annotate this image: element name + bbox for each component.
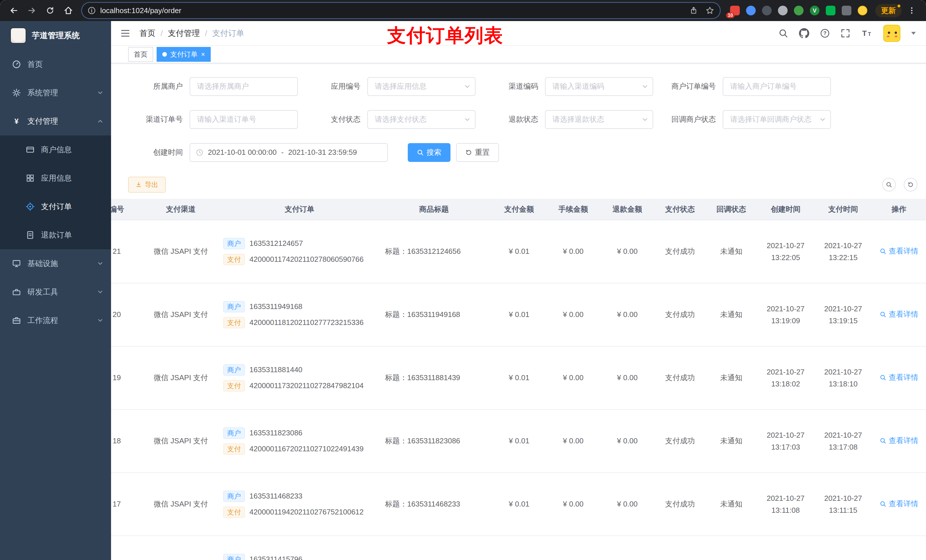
sidebar-item-refund-order[interactable]: 退款订单 [0,221,111,249]
puzzle-extensions-icon[interactable] [842,6,851,15]
merchant-select[interactable] [190,77,298,96]
extension-icon-3[interactable] [762,6,772,15]
address-bar[interactable]: localhost:1024/pay/order [82,3,720,18]
navbar-actions: ? TT [779,25,916,42]
sidebar-item-payment[interactable]: ¥ 支付管理 [0,107,111,136]
filter-merchant-order-no: 商户订单编号 [661,77,831,96]
channel-pay-no: 4200001174202110278060590766 [250,255,364,264]
cell-pay-amount: ¥ 0.01 [492,220,546,283]
notify-status-select[interactable] [723,110,831,129]
user-avatar[interactable] [883,25,900,42]
tab-pay-order[interactable]: 支付订单 × [157,47,211,62]
cell-notify-status [706,536,757,560]
cell-pay-order: 商户 1635311881440 支付 42000011732021102728… [216,346,376,409]
avatar-caret-icon[interactable] [911,32,916,35]
toggle-search-icon[interactable] [882,178,896,192]
extension-badge: 10 [726,12,735,18]
sidebar: 芋道管理系统 首页 系统管理 [0,21,111,560]
help-icon[interactable]: ? [820,29,830,38]
app-id-select[interactable] [367,77,475,96]
browser-update-button[interactable]: 更新 [875,4,902,17]
extension-icon-6[interactable]: V [810,6,820,15]
breadcrumb-payment[interactable]: 支付管理 [168,28,200,39]
cell-notify-status: 未通知 [706,472,757,536]
sidebar-item-merchant-info[interactable]: 商户信息 [0,136,111,164]
channel-code-select[interactable] [545,77,653,96]
extension-icon-1[interactable]: 10 [730,6,740,15]
sidebar-item-dev-tools[interactable]: 研发工具 [0,278,111,306]
cell-channel [145,536,216,560]
cell-pay-amount: ¥ 0.01 [492,409,546,472]
back-icon[interactable] [6,3,22,18]
collapse-sidebar-icon[interactable] [120,28,130,38]
home-icon[interactable] [61,3,76,18]
extension-icon-2[interactable] [746,6,756,15]
search-icon[interactable] [779,29,788,38]
github-icon[interactable] [799,28,809,38]
tab-close-icon[interactable]: × [201,51,205,58]
refund-status-select[interactable] [545,110,653,129]
refresh-table-icon[interactable] [904,178,917,192]
bookmark-star-icon[interactable] [706,6,714,15]
svg-text:T: T [862,29,867,38]
merchant-order-no-input[interactable] [723,77,831,96]
sidebar-item-system[interactable]: 系统管理 [0,78,111,107]
app-title: 芋道管理系统 [32,30,80,41]
cell-pay-status: 支付成功 [654,346,706,409]
forward-icon[interactable] [24,3,40,18]
extensions-strip: 10 V [730,6,867,15]
date-range-picker[interactable]: 2021-10-01 00:00:00 - 2021-10-31 23:59:5… [190,143,388,162]
search-button[interactable]: 搜索 [408,143,451,162]
sidebar-item-infra[interactable]: 基础设施 [0,249,111,278]
sidebar-item-home[interactable]: 首页 [0,50,111,78]
sidebar-item-workflow[interactable]: 工作流程 [0,306,111,335]
cell-create-time: 2021-10-2713:19:09 [757,283,814,346]
font-size-icon[interactable]: TT [861,29,873,38]
search-button-label: 搜索 [427,147,441,157]
extension-icon-5[interactable] [794,6,803,15]
sidebar-item-label: 支付订单 [41,201,72,212]
reload-icon[interactable] [42,3,58,18]
cell-fee-amount: ¥ 0.00 [546,220,600,283]
yen-icon: ¥ [11,117,22,126]
filter-channel-code: 渠道编码 [484,77,653,96]
breadcrumb-home[interactable]: 首页 [139,28,156,39]
channel-order-no-input[interactable] [190,110,298,129]
cell-channel: 微信 JSAPI 支付 [145,409,216,472]
export-button[interactable]: 导出 [128,177,166,193]
tab-home[interactable]: 首页 [128,47,153,62]
pay-status-select[interactable] [367,110,475,129]
view-detail-link[interactable]: 查看详情 [879,373,918,382]
field-label: 支付状态 [306,115,367,124]
view-detail-link[interactable]: 查看详情 [879,309,918,319]
sidebar-item-label: 工作流程 [27,315,58,326]
cell-pay-order: 商户 1635312124657 支付 42000011742021102780… [216,220,376,283]
site-info-icon[interactable] [88,6,96,15]
col-pay-amount: 支付金额 [492,199,546,220]
col-refund-amount: 退款金额 [600,199,654,220]
col-pay-status: 支付状态 [654,199,706,220]
merchant-order-no: 1635312124657 [250,239,303,248]
extension-icon-7[interactable] [826,6,835,15]
cell-pay-order: 商户 1635311468233 支付 42000011942021102767… [216,472,376,536]
sidebar-item-pay-order[interactable]: 支付订单 [0,192,111,221]
cell-title: 标题：1635311823086 [376,409,492,472]
breadcrumb: 首页 / 支付管理 / 支付订单 [139,28,244,39]
app-logo: 芋道管理系统 [0,21,111,50]
cell-id: 17 [111,472,145,536]
sidebar-item-label: 研发工具 [27,287,58,297]
fullscreen-icon[interactable] [841,29,850,38]
merchant-tag: 商户 [223,554,245,560]
date-separator: - [281,148,284,157]
view-detail-link[interactable]: 查看详情 [879,246,918,256]
cell-actions: 查看详情 [872,283,926,346]
sidebar-item-app-info[interactable]: 应用信息 [0,164,111,192]
extension-icon-4[interactable] [778,6,788,15]
view-detail-link[interactable]: 查看详情 [879,436,918,445]
profile-avatar-icon[interactable] [858,6,867,15]
share-icon[interactable] [690,6,698,15]
view-detail-link[interactable]: 查看详情 [879,499,918,509]
chevron-down-icon [464,116,471,123]
reset-button[interactable]: 重置 [456,143,499,162]
browser-menu-icon[interactable] [904,3,920,18]
